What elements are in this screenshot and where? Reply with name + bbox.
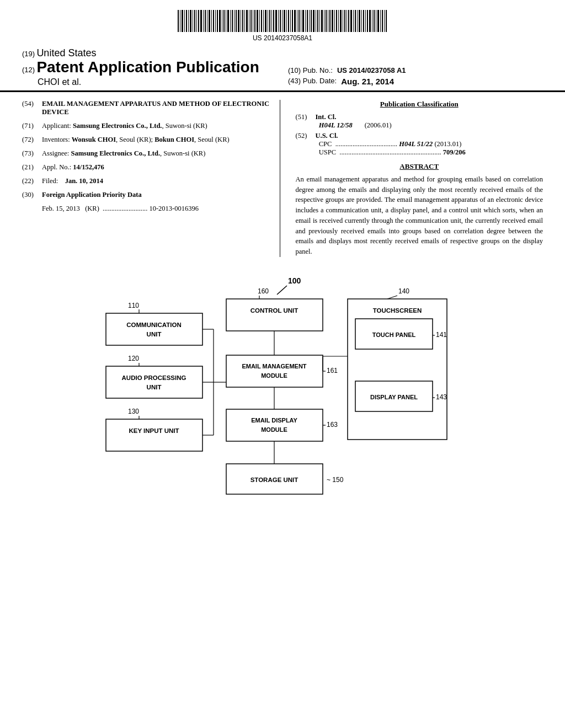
svg-rect-27 [234, 10, 234, 32]
svg-rect-50 [282, 10, 282, 32]
pub-date-label: (43) Pub. Date: [288, 77, 337, 86]
email-mgmt-box [226, 355, 323, 387]
left-column: (54) EMAIL MANAGEMENT APPARATUS AND METH… [22, 100, 280, 257]
header-left: (19) United States (12) Patent Applicati… [22, 47, 277, 87]
svg-rect-56 [294, 10, 296, 32]
svg-rect-28 [236, 10, 237, 32]
svg-rect-0 [178, 10, 179, 32]
svg-rect-57 [297, 10, 297, 32]
storage-unit-label: STORAGE UNIT [250, 477, 299, 483]
svg-rect-6 [190, 10, 191, 32]
svg-rect-19 [217, 10, 218, 32]
svg-rect-36 [253, 10, 253, 32]
svg-line-116 [387, 296, 397, 299]
svg-rect-70 [324, 10, 324, 32]
svg-rect-12 [203, 10, 204, 32]
pub-num-value: US 2014/0237058 A1 [337, 66, 406, 74]
svg-rect-100 [386, 10, 387, 32]
svg-rect-71 [326, 10, 327, 32]
field-applicant: (71) Applicant: Samsung Electronics Co.,… [22, 122, 270, 130]
svg-rect-78 [340, 10, 342, 32]
svg-rect-43 [268, 10, 268, 32]
svg-rect-90 [365, 10, 366, 32]
svg-rect-67 [317, 10, 318, 32]
svg-rect-84 [353, 10, 354, 32]
svg-rect-80 [344, 10, 345, 32]
touch-panel-label: TOUCH PANEL [372, 331, 416, 338]
svg-rect-83 [350, 10, 352, 32]
svg-line-101 [277, 286, 287, 295]
pub-date-value: Aug. 21, 2014 [341, 77, 394, 86]
svg-rect-10 [198, 10, 199, 32]
svg-rect-4 [186, 10, 187, 32]
svg-rect-47 [275, 10, 277, 32]
svg-rect-7 [193, 10, 193, 32]
label-140: 140 [398, 287, 409, 295]
svg-rect-76 [336, 10, 337, 32]
svg-rect-63 [309, 10, 310, 32]
barcode-svg [172, 10, 393, 32]
right-column: Publication Classification (51) Int. Cl.… [291, 100, 543, 257]
svg-rect-40 [261, 10, 262, 32]
svg-rect-86 [357, 10, 358, 32]
audio-unit-box [106, 366, 202, 398]
svg-rect-39 [259, 10, 260, 32]
svg-rect-22 [223, 10, 225, 32]
svg-rect-54 [290, 10, 291, 32]
svg-rect-62 [307, 10, 308, 32]
abstract-title: ABSTRACT [296, 162, 543, 171]
label-100: 100 [288, 276, 301, 285]
label-143: 143 [436, 393, 447, 401]
country-label: (19) United States [22, 47, 277, 59]
svg-rect-65 [313, 10, 315, 32]
svg-rect-17 [213, 10, 214, 32]
patent-number: US 20140237058A1 [0, 34, 565, 42]
label-160: 160 [258, 287, 269, 295]
svg-rect-48 [278, 10, 279, 32]
label-150: ~ 150 [327, 476, 344, 484]
svg-rect-3 [184, 10, 185, 32]
comm-unit-box [106, 313, 202, 345]
touchscreen-label: TOUCHSCREEN [373, 307, 422, 314]
svg-rect-96 [377, 10, 379, 32]
svg-rect-31 [242, 10, 243, 32]
email-disp-label: EMAIL DISPLAY [251, 417, 297, 424]
svg-rect-73 [329, 10, 331, 32]
svg-rect-69 [321, 10, 323, 32]
key-unit-label: KEY INPUT UNIT [129, 427, 179, 434]
comm-unit-label2: UNIT [147, 331, 162, 338]
inventors-header: CHOI et al. [38, 77, 277, 87]
svg-rect-1 [180, 10, 180, 32]
email-mgmt-label: EMAIL MANAGEMENT [242, 363, 306, 370]
svg-rect-92 [369, 10, 371, 32]
abstract-text: An email management apparatus and method… [296, 174, 543, 257]
label-141: 141 [436, 331, 447, 339]
svg-rect-91 [367, 10, 368, 32]
svg-rect-97 [380, 10, 381, 32]
svg-rect-9 [196, 10, 197, 32]
field-appl-no: (21) Appl. No.: 14/152,476 [22, 163, 270, 172]
diagram-area: 100 110 COMMUNICATION UNIT 120 AUDIO PRO… [0, 257, 565, 516]
field-foreign-data: Feb. 15, 2013 (KR) .....................… [22, 205, 270, 213]
svg-rect-53 [288, 10, 289, 32]
svg-rect-79 [343, 10, 343, 32]
svg-rect-89 [363, 10, 364, 32]
svg-rect-24 [227, 10, 229, 32]
display-panel-label: DISPLAY PANEL [370, 394, 418, 400]
svg-rect-52 [286, 10, 287, 32]
int-cl-item: (51) Int. Cl. H04L 12/58 (2006.01) [296, 113, 543, 130]
svg-rect-82 [348, 10, 349, 32]
svg-rect-98 [382, 10, 383, 32]
label-163: 163 [327, 421, 338, 429]
control-unit-box [226, 299, 323, 331]
svg-rect-68 [319, 10, 320, 32]
svg-rect-45 [271, 10, 272, 32]
svg-rect-30 [241, 10, 241, 32]
field-inventors: (72) Inventors: Wonsuk CHOI, Seoul (KR);… [22, 136, 270, 144]
svg-rect-64 [311, 10, 312, 32]
svg-rect-74 [332, 10, 333, 32]
svg-rect-37 [254, 10, 255, 32]
body-columns: (54) EMAIL MANAGEMENT APPARATUS AND METH… [0, 92, 565, 257]
svg-rect-75 [334, 10, 335, 32]
svg-rect-35 [250, 10, 252, 32]
